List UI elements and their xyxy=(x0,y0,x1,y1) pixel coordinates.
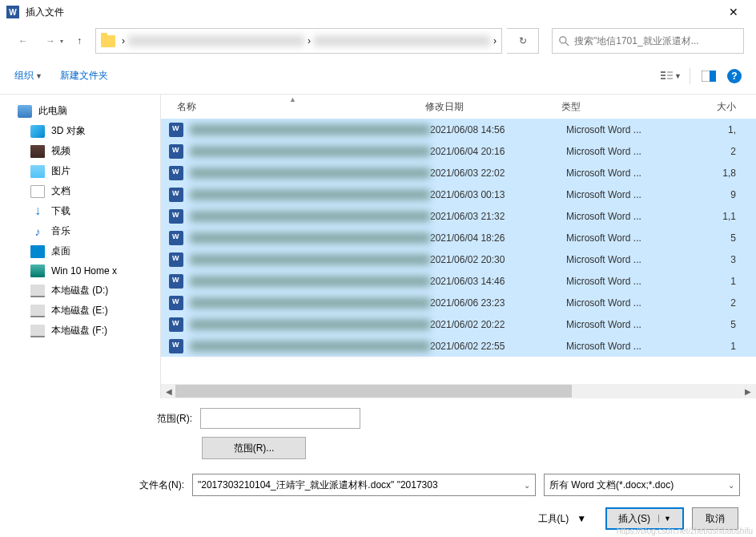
sidebar-item[interactable]: 本地磁盘 (E:) xyxy=(0,301,160,321)
close-button[interactable]: ✕ xyxy=(718,0,750,24)
new-folder-button[interactable]: 新建文件夹 xyxy=(60,69,108,83)
up-button[interactable]: ↑ xyxy=(68,30,90,52)
file-date: 2021/06/02 22:55 xyxy=(430,341,566,352)
watermark: https://blog.csdn.net/zhebushibaoshifu xyxy=(617,527,753,535)
file-type: Microsoft Word ... xyxy=(566,124,690,135)
column-type[interactable]: 类型 xyxy=(561,100,686,114)
file-name xyxy=(190,319,430,330)
filename-input[interactable]: "2017303210104_汪靖宇_就业派遣材料.docx" "2017303… xyxy=(192,474,536,496)
navigation-sidebar: 此电脑3D 对象视频图片文档↓下载♪音乐桌面Win 10 Home x本地磁盘 … xyxy=(0,95,160,398)
file-date: 2021/06/03 22:02 xyxy=(430,168,566,179)
file-row[interactable]: 2021/06/03 22:02Microsoft Word ...1,8 xyxy=(161,162,756,184)
sidebar-item[interactable]: 桌面 xyxy=(0,241,160,261)
address-bar[interactable]: › › › xyxy=(95,28,502,54)
scroll-left-icon[interactable]: ◀ xyxy=(163,385,175,398)
file-row[interactable]: 2021/06/02 20:30Microsoft Word ...3 xyxy=(161,248,756,270)
ico-win-icon xyxy=(30,264,45,277)
app-icon: W xyxy=(6,6,19,18)
file-row[interactable]: 2021/06/04 18:26Microsoft Word ...5 xyxy=(161,227,756,248)
file-name xyxy=(190,124,430,135)
file-size: 5 xyxy=(690,232,748,244)
file-name xyxy=(190,297,430,309)
scrollbar-thumb[interactable] xyxy=(175,385,572,398)
file-list[interactable]: 2021/06/08 14:56Microsoft Word ...1,2021… xyxy=(161,119,756,384)
file-type: Microsoft Word ... xyxy=(566,319,690,330)
ico-disk-icon xyxy=(30,305,45,317)
sidebar-item-label: 视频 xyxy=(51,144,70,158)
word-file-icon xyxy=(169,123,183,137)
help-button[interactable]: ? xyxy=(727,69,742,83)
file-name xyxy=(190,146,430,157)
sidebar-item[interactable]: 图片 xyxy=(0,161,160,181)
file-date: 2021/06/02 20:22 xyxy=(430,319,566,330)
file-date: 2021/06/03 14:46 xyxy=(430,276,566,287)
search-input[interactable]: 搜索"地信1701_就业派遣材... xyxy=(552,28,744,54)
column-size[interactable]: 大小 xyxy=(686,100,748,114)
forward-button[interactable]: → xyxy=(39,30,62,52)
column-date[interactable]: 修改日期 xyxy=(425,100,561,114)
range-label: 范围(R): xyxy=(16,412,192,426)
file-row[interactable]: 2021/06/02 22:55Microsoft Word ...1 xyxy=(161,335,756,357)
insert-dropdown-icon[interactable]: ▼ xyxy=(658,515,671,523)
path-segment[interactable] xyxy=(128,35,304,46)
file-row[interactable]: 2021/06/02 20:22Microsoft Word ...5 xyxy=(161,313,756,335)
sidebar-item[interactable]: ♪音乐 xyxy=(0,221,160,241)
sidebar-item-label: 本地磁盘 (F:) xyxy=(51,324,107,337)
file-type: Microsoft Word ... xyxy=(566,297,690,309)
file-size: 1 xyxy=(690,341,748,352)
word-file-icon xyxy=(169,252,183,267)
ico-dl-icon: ↓ xyxy=(30,205,45,218)
sidebar-item-label: Win 10 Home x xyxy=(51,265,117,277)
chevron-down-icon[interactable]: ⌄ xyxy=(524,481,530,490)
view-mode-button[interactable]: ▼ xyxy=(661,67,682,85)
folder-icon xyxy=(101,35,115,47)
tools-menu[interactable]: 工具(L) ▼ xyxy=(538,512,587,526)
word-file-icon xyxy=(169,317,183,332)
recent-dropdown[interactable]: ▾ xyxy=(60,38,63,45)
sidebar-item-label: 图片 xyxy=(51,164,70,178)
sidebar-item[interactable]: 本地磁盘 (F:) xyxy=(0,321,160,341)
chevron-down-icon[interactable]: ⌄ xyxy=(728,481,734,490)
file-date: 2021/06/03 21:32 xyxy=(430,211,566,222)
file-size: 2 xyxy=(690,297,748,309)
preview-pane-button[interactable] xyxy=(698,67,719,85)
range-button[interactable]: 范围(R)... xyxy=(202,437,306,459)
word-file-icon xyxy=(169,296,183,310)
file-row[interactable]: 2021/06/03 21:32Microsoft Word ...1,1 xyxy=(161,205,756,227)
path-segment[interactable] xyxy=(314,35,490,46)
sidebar-item[interactable]: 视频 xyxy=(0,141,160,161)
file-type: Microsoft Word ... xyxy=(566,146,690,157)
sidebar-item[interactable]: 文档 xyxy=(0,181,160,201)
word-file-icon xyxy=(169,166,183,180)
sort-indicator-icon: ▲ xyxy=(289,95,296,103)
file-row[interactable]: 2021/06/08 14:56Microsoft Word ...1, xyxy=(161,119,756,140)
file-row[interactable]: 2021/06/04 20:16Microsoft Word ...2 xyxy=(161,140,756,162)
sidebar-item[interactable]: Win 10 Home x xyxy=(0,261,160,281)
scroll-right-icon[interactable]: ▶ xyxy=(742,385,754,398)
sidebar-item[interactable]: 本地磁盘 (D:) xyxy=(0,281,160,301)
back-button[interactable]: ← xyxy=(12,30,34,52)
file-type: Microsoft Word ... xyxy=(566,189,690,200)
refresh-button[interactable]: ↻ xyxy=(507,28,539,54)
file-name xyxy=(190,341,430,352)
sidebar-item[interactable]: 此电脑 xyxy=(0,101,160,121)
file-row[interactable]: 2021/06/03 14:46Microsoft Word ...1 xyxy=(161,270,756,292)
sidebar-item-label: 音乐 xyxy=(51,224,70,238)
ico-img-icon xyxy=(30,165,45,178)
svg-line-1 xyxy=(565,42,569,46)
column-headers[interactable]: ▲ 名称 修改日期 类型 大小 xyxy=(161,95,756,119)
column-name[interactable]: 名称 xyxy=(169,100,425,114)
path-sep: › xyxy=(308,35,311,46)
sidebar-item-label: 本地磁盘 (E:) xyxy=(51,304,108,317)
organize-menu[interactable]: 组织▼ xyxy=(14,69,42,83)
horizontal-scrollbar[interactable]: ◀ ▶ xyxy=(161,384,756,398)
sidebar-item[interactable]: ↓下载 xyxy=(0,201,160,221)
file-date: 2021/06/04 18:26 xyxy=(430,232,566,244)
file-row[interactable]: 2021/06/06 23:23Microsoft Word ...2 xyxy=(161,292,756,313)
file-row[interactable]: 2021/06/03 00:13Microsoft Word ...9 xyxy=(161,184,756,205)
file-type-filter[interactable]: 所有 Word 文档(*.docx;*.doc) ⌄ xyxy=(544,474,740,496)
range-input[interactable] xyxy=(200,408,360,429)
sidebar-item[interactable]: 3D 对象 xyxy=(0,121,160,141)
svg-rect-6 xyxy=(667,75,673,76)
ico-disk-icon xyxy=(30,325,45,337)
